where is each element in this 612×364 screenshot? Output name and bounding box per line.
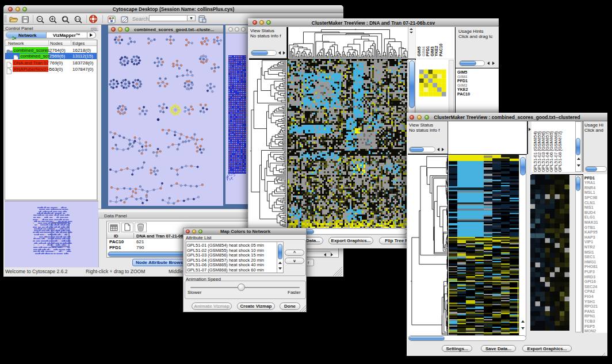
svg-text:1:1: 1:1 xyxy=(76,17,80,21)
